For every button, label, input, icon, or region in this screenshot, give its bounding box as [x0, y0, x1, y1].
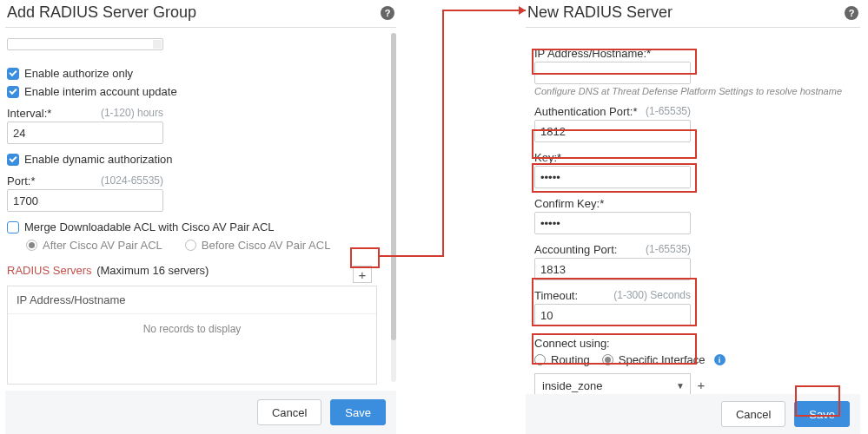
- scroll-thumb[interactable]: [391, 33, 396, 340]
- confirm-key-input[interactable]: [534, 212, 691, 234]
- timeout-label: Timeout:: [534, 289, 578, 302]
- port-label: Port:*: [7, 174, 36, 187]
- enable-interim-label: Enable interim account update: [24, 85, 177, 98]
- connect-using-label: Connect using:: [534, 337, 610, 350]
- auth-port-label: Authentication Port:*: [534, 105, 638, 118]
- specific-interface-radio[interactable]: [602, 354, 613, 365]
- port-hint: (1024-65535): [101, 174, 163, 187]
- chevron-down-icon: ▼: [676, 381, 685, 391]
- radius-servers-heading: RADIUS Servers (Maximum 16 servers): [7, 264, 394, 277]
- routing-radio[interactable]: [534, 354, 546, 365]
- ip-hostname-input[interactable]: [534, 62, 691, 84]
- acct-port-hint: (1-65535): [646, 243, 691, 256]
- interval-label: Interval:*: [7, 107, 51, 120]
- interface-value: inside_zone: [542, 379, 602, 392]
- after-av-pair-label: After Cisco AV Pair ACL: [43, 239, 162, 252]
- before-av-pair-radio[interactable]: [185, 240, 196, 251]
- flow-arrow: [374, 0, 530, 269]
- after-av-pair-radio[interactable]: [26, 240, 37, 251]
- add-interface-button[interactable]: +: [694, 378, 708, 391]
- scrollbar[interactable]: [391, 33, 396, 382]
- save-button[interactable]: Save: [330, 399, 386, 425]
- col-ip-hostname: IP Address/Hostname: [8, 286, 376, 314]
- cancel-button[interactable]: Cancel: [721, 401, 785, 427]
- specific-interface-label: Specific Interface: [619, 353, 706, 366]
- info-icon[interactable]: i: [714, 354, 726, 365]
- dns-hint: Configure DNS at Threat Defense Platform…: [534, 86, 858, 96]
- enable-authorize-only-checkbox[interactable]: [7, 68, 19, 80]
- enable-dynamic-auth-label: Enable dynamic authorization: [24, 153, 173, 166]
- ip-hostname-label: IP Address/Hostname:*: [534, 47, 651, 60]
- enable-authorize-only-label: Enable authorize only: [24, 67, 133, 80]
- help-icon[interactable]: ?: [845, 6, 858, 20]
- add-server-button[interactable]: +: [353, 266, 372, 283]
- before-av-pair-label: Before Cisco AV Pair ACL: [202, 239, 331, 252]
- left-title: Add RADIUS Server Group: [7, 3, 196, 22]
- timeout-hint: (1-300) Seconds: [613, 289, 691, 302]
- routing-label: Routing: [551, 353, 590, 366]
- radius-servers-table: + IP Address/Hostname No records to disp…: [7, 286, 377, 385]
- cancel-button[interactable]: Cancel: [257, 399, 321, 425]
- port-input[interactable]: [7, 189, 163, 212]
- enable-interim-checkbox[interactable]: [7, 86, 19, 98]
- add-radius-group-panel: Add RADIUS Server Group ? Enable authori…: [5, 0, 396, 434]
- merge-acl-checkbox[interactable]: [7, 221, 19, 233]
- key-label: Key:*: [534, 151, 561, 164]
- new-radius-server-panel: New RADIUS Server ? IP Address/Hostname:…: [526, 0, 860, 434]
- confirm-key-label: Confirm Key:*: [534, 197, 604, 210]
- enable-dynamic-auth-checkbox[interactable]: [7, 154, 19, 166]
- acct-port-input[interactable]: [534, 258, 691, 280]
- interval-hint: (1-120) hours: [101, 107, 163, 120]
- auth-port-input[interactable]: [534, 120, 691, 142]
- key-input[interactable]: [534, 166, 691, 188]
- timeout-input[interactable]: [534, 304, 691, 326]
- merge-acl-label: Merge Downloadable ACL with Cisco AV Pai…: [24, 220, 275, 233]
- acct-port-label: Accounting Port:: [534, 243, 617, 256]
- right-title: New RADIUS Server: [527, 3, 673, 22]
- help-icon[interactable]: ?: [381, 6, 394, 20]
- interval-input[interactable]: [7, 122, 163, 144]
- table-empty-text: No records to display: [8, 314, 376, 384]
- save-button[interactable]: Save: [794, 401, 850, 427]
- overflow-field[interactable]: [7, 38, 163, 50]
- auth-port-hint: (1-65535): [646, 105, 691, 118]
